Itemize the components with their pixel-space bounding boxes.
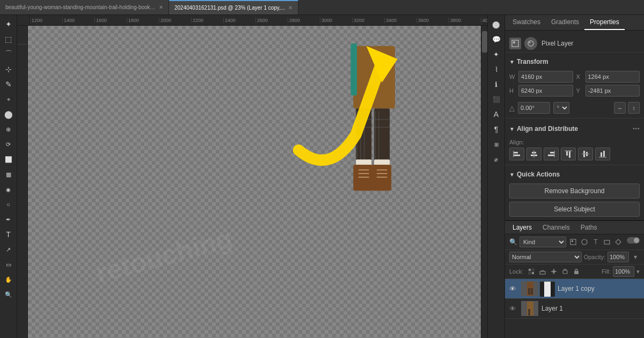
history-tool-icon[interactable]: ⟳	[2, 137, 16, 151]
align-buttons	[509, 148, 640, 160]
vertical-scrollbar[interactable]	[481, 26, 487, 338]
move-tool-icon[interactable]: ✦	[2, 17, 16, 31]
height-input[interactable]	[518, 85, 573, 97]
layer-visibility-eye-1[interactable]: 👁	[509, 285, 518, 293]
heal-tool-icon[interactable]: ⌖	[2, 92, 16, 106]
comment-icon[interactable]: 💬	[489, 32, 503, 46]
align-label: Align and Distribute	[517, 125, 578, 133]
flip-horizontal-button[interactable]: ↔	[614, 102, 626, 114]
history-state-icon[interactable]: ⬤	[489, 17, 503, 31]
align-section: Align:	[505, 137, 644, 163]
filter-type-icon[interactable]: T	[591, 237, 601, 247]
align-bottom-button[interactable]	[595, 148, 610, 160]
y-input[interactable]	[586, 85, 640, 97]
info-icon[interactable]: ℹ	[489, 77, 503, 91]
layer-thumb-1	[521, 281, 538, 296]
fill-dropdown-arrow[interactable]: ▾	[636, 268, 640, 275]
align-top-button[interactable]	[561, 148, 576, 160]
tab-swatches[interactable]: Swatches	[507, 15, 546, 30]
eraser-tool-icon[interactable]: ⬜	[2, 152, 16, 166]
transform-label: Transform	[517, 58, 548, 65]
quick-actions-header[interactable]: ▼ Quick Actions	[505, 167, 644, 181]
quick-actions-section: Remove Background Select Subject View Mo…	[505, 181, 644, 220]
align-middle-v-button[interactable]	[578, 148, 593, 160]
tab-gradients[interactable]: Gradients	[546, 15, 584, 30]
eyedropper-tool-icon[interactable]: ✎	[2, 77, 16, 91]
color-icon[interactable]: ⬛	[489, 92, 503, 106]
tab-properties[interactable]: Properties	[584, 15, 625, 30]
gradient-tool-icon[interactable]: ▦	[2, 167, 16, 181]
scroll-thumb[interactable]	[482, 31, 487, 53]
pixel-layer-label: Pixel Layer	[541, 40, 573, 47]
paragraph-icon[interactable]: ¶	[489, 122, 503, 136]
opacity-dropdown-arrow[interactable]: ▾	[631, 252, 640, 262]
opacity-input[interactable]	[608, 252, 629, 262]
tab-1-close[interactable]: ✕	[159, 4, 163, 10]
select-tool-icon[interactable]: ⬚	[2, 32, 16, 46]
tab-1[interactable]: beautiful-young-woman-standing-mountain-…	[0, 0, 169, 14]
fill-input[interactable]	[613, 266, 634, 277]
char-style-icon[interactable]: ⊞	[489, 137, 503, 151]
tab-channels[interactable]: Channels	[537, 221, 575, 234]
layer-visibility-eye-2[interactable]: 👁	[509, 305, 518, 313]
filter-smart-icon[interactable]	[613, 237, 623, 247]
shape-tool-icon[interactable]: ▭	[2, 258, 16, 271]
kind-dropdown[interactable]: Kind	[519, 237, 566, 247]
tab-2[interactable]: 20240403162131.psd @ 23% (Layer 1 copy,.…	[169, 0, 298, 14]
lock-row: Lock:	[505, 264, 644, 279]
align-more-icon[interactable]: ···	[633, 124, 640, 134]
transform-section-header[interactable]: ▼ Transform	[505, 55, 644, 69]
align-section-header[interactable]: ▼ Align and Distribute ···	[505, 121, 644, 137]
lasso-tool-icon[interactable]: ⌒	[2, 47, 16, 61]
angle-dropdown[interactable]: °	[553, 102, 569, 114]
filter-pixel-icon[interactable]	[568, 237, 578, 247]
filter-adj-icon[interactable]	[580, 237, 589, 247]
star-icon[interactable]: ✦	[489, 47, 503, 61]
adjustment-icon[interactable]: ⌇	[489, 62, 503, 76]
select-subject-button[interactable]: Select Subject	[509, 202, 640, 217]
blur-tool-icon[interactable]: ◉	[2, 182, 16, 196]
blend-row: Normal Opacity: ▾	[505, 250, 644, 264]
dodge-tool-icon[interactable]: ○	[2, 197, 16, 211]
crop-tool-icon[interactable]: ⊹	[2, 62, 16, 76]
brush-tool-icon[interactable]: ⬤	[2, 107, 16, 121]
ruler-mark: 2600	[255, 18, 288, 23]
align-right-button[interactable]	[544, 148, 559, 160]
filter-shape-icon[interactable]	[602, 237, 612, 247]
filter-toggle[interactable]	[627, 237, 640, 244]
photo-icon-svg	[527, 40, 535, 47]
layer-item-layer1[interactable]: 👁 Layer 1	[505, 299, 644, 319]
x-input[interactable]	[586, 71, 640, 83]
width-input[interactable]	[518, 71, 573, 83]
zoom-tool-icon[interactable]: 🔍	[2, 288, 16, 302]
type-icon[interactable]: A	[489, 107, 503, 121]
tab-2-label: 20240403162131.psd @ 23% (Layer 1 copy,.…	[174, 5, 285, 11]
align-right-icon	[547, 150, 555, 158]
path-select-icon[interactable]: ↗	[2, 243, 16, 256]
opacity-label: Opacity:	[584, 254, 605, 260]
align-center-h-button[interactable]	[526, 148, 541, 160]
remove-background-button[interactable]: Remove Background	[509, 183, 640, 199]
tab-paths[interactable]: Paths	[575, 221, 603, 234]
align-left-button[interactable]	[509, 148, 524, 160]
flip-vertical-button[interactable]: ↕	[628, 102, 640, 114]
tab-2-close[interactable]: ✕	[288, 5, 292, 11]
paths-icon[interactable]: ⌀	[489, 152, 503, 166]
canvas-viewport[interactable]: retouching	[28, 26, 481, 338]
pen-tool-icon[interactable]: ✒	[2, 212, 16, 226]
blend-mode-dropdown[interactable]: Normal	[509, 252, 582, 262]
layer-item-layer1copy[interactable]: 👁	[505, 279, 644, 299]
hand-tool-icon[interactable]: ✋	[2, 273, 16, 286]
angle-input[interactable]	[518, 102, 550, 114]
pixel-icon-svg	[511, 40, 519, 47]
ruler-mark: 1800	[127, 18, 159, 23]
tab-layers[interactable]: Layers	[507, 221, 537, 234]
left-toolbar: ✦ ⬚ ⌒ ⊹ ✎ ⌖ ⬤ ⊕ ⟳ ⬜ ▦ ◉ ○ ✒ T ↗ ▭ ✋ 🔍	[0, 15, 17, 338]
lock-transparent-icon[interactable]	[526, 267, 536, 276]
lock-artboard-icon[interactable]	[560, 267, 570, 276]
lock-position-icon[interactable]	[549, 267, 559, 276]
type-tool-icon[interactable]: T	[2, 227, 16, 241]
lock-image-icon[interactable]	[538, 267, 547, 276]
lock-all-icon[interactable]	[572, 267, 581, 276]
clone-tool-icon[interactable]: ⊕	[2, 122, 16, 136]
